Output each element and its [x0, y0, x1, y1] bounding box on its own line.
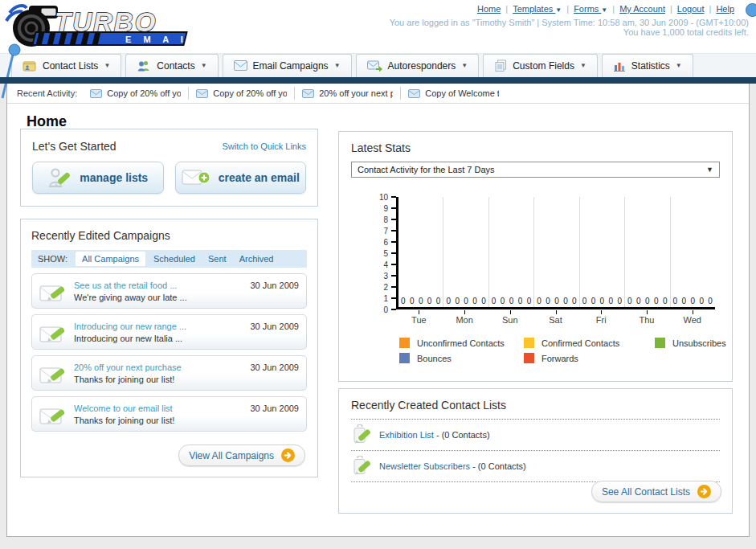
campaign-title-link[interactable]: Introducing our new range ...	[74, 322, 250, 331]
filter-all-campaigns[interactable]: All Campaigns	[76, 252, 145, 266]
logo-title: TURBO	[55, 7, 157, 37]
data-value-label: 0	[563, 297, 568, 305]
see-all-contact-lists-button[interactable]: See All Contact Lists	[591, 481, 721, 502]
latest-stats-title: Latest Stats	[351, 141, 720, 154]
data-value-label: 0	[546, 297, 550, 305]
chart-group-sun: 00000	[489, 197, 534, 307]
header: TURBO E M A I L Home|Templates ▼|Forms ▼…	[0, 0, 756, 53]
tab-contact-lists[interactable]: Contact Lists▼	[11, 54, 121, 77]
contact-list-item[interactable]: Exhibition List - (0 Contacts)	[351, 420, 720, 451]
envelope-reply-icon	[367, 60, 382, 72]
data-value-label: 0	[591, 297, 596, 305]
legend-item-unsubscribes: Unsubscribes	[655, 338, 726, 348]
campaign-title-link[interactable]: Welcome to our email list	[74, 404, 250, 413]
top-link-templates[interactable]: Templates ▼	[513, 4, 562, 14]
create-email-icon	[182, 167, 210, 188]
campaign-subtitle: Thanks for joining our list!	[74, 416, 250, 425]
divider: |	[709, 4, 712, 14]
tab-email-campaigns[interactable]: Email Campaigns▼	[223, 54, 352, 77]
get-started-panel: Let's Get Started Switch to Quick Links …	[20, 129, 318, 207]
filter-sent[interactable]: Sent	[208, 254, 227, 264]
y-axis-tick	[391, 286, 396, 288]
recently-edited-campaigns-panel: Recently Edited Campaigns SHOW: All Camp…	[20, 219, 318, 477]
data-value-label: 0	[681, 297, 686, 305]
campaign-title-link[interactable]: 20% off your next purchase	[74, 363, 250, 372]
divider	[188, 87, 189, 100]
legend-label: Bounces	[417, 354, 452, 363]
data-value-label: 0	[464, 297, 468, 305]
manage-lists-button[interactable]: manage lists	[32, 162, 164, 194]
legend-item-confirmed-contacts: Confirmed Contacts	[524, 338, 655, 348]
contact-list-link[interactable]: Exhibition List	[379, 430, 434, 440]
data-value-label: 0	[401, 297, 406, 305]
campaign-item[interactable]: Welcome to our email listThanks for join…	[31, 396, 307, 432]
data-value-label: 0	[410, 297, 415, 305]
legend-item-bounces: Bounces	[399, 353, 524, 363]
data-value-label: 0	[582, 297, 587, 305]
campaign-subtitle: Introducing our new Italia ...	[74, 334, 250, 343]
campaign-item[interactable]: 20% off your next purchaseThanks for joi…	[31, 355, 307, 391]
latest-stats-panel: Latest Stats Contact Activity for the La…	[338, 131, 733, 382]
x-axis-tick	[693, 310, 693, 314]
x-axis-label: Mon	[442, 309, 488, 325]
top-link-forms[interactable]: Forms ▼	[574, 4, 607, 14]
data-value-label: 0	[492, 297, 497, 305]
tab-label: Autoresponders	[388, 60, 456, 72]
chart-plot-area: 00000000000000000000000000000000000	[396, 197, 715, 309]
create-an-email-button[interactable]: create an email	[175, 162, 307, 194]
contact-list-link[interactable]: Newsletter Subscribers	[379, 461, 470, 471]
x-axis-tick	[647, 310, 648, 314]
contact-list-item[interactable]: Newsletter Subscribers - (0 Contacts)	[351, 451, 720, 482]
recent-activity-item[interactable]: Copy of 20% off yo	[196, 88, 287, 98]
stats-period-select[interactable]: Contact Activity for the Last 7 Days ▼	[351, 162, 720, 178]
chevron-down-icon: ▼	[334, 62, 341, 69]
content-area: Recent Activity: Copy of 20% off yoCopy …	[6, 84, 750, 537]
y-axis-tick-label: 0	[383, 305, 388, 314]
top-link-logout[interactable]: Logout	[677, 4, 705, 14]
y-axis-tick-label: 4	[383, 260, 388, 269]
campaign-item[interactable]: See us at the retail food ...We're givin…	[31, 273, 307, 309]
data-value-label: 0	[645, 297, 650, 305]
y-axis-tick	[391, 252, 396, 254]
tab-custom-fields[interactable]: Custom Fields▼	[483, 54, 598, 77]
filter-scheduled[interactable]: Scheduled	[153, 254, 195, 264]
legend-swatch	[524, 338, 534, 348]
data-value-label: 0	[554, 297, 559, 305]
top-link-home[interactable]: Home	[477, 4, 501, 14]
y-axis-tick	[391, 241, 396, 243]
tab-statistics[interactable]: Statistics▼	[602, 54, 693, 77]
legend-item-unconfirmed-contacts: Unconfirmed Contacts	[399, 338, 524, 348]
x-axis-tick	[510, 310, 511, 314]
campaign-item[interactable]: Introducing our new range ...Introducing…	[31, 314, 307, 350]
tab-contacts[interactable]: Contacts▼	[125, 54, 218, 77]
switch-to-quick-links-link[interactable]: Switch to Quick Links	[222, 141, 306, 151]
campaign-date: 30 Jun 2009	[250, 404, 299, 413]
campaign-title-link[interactable]: See us at the retail food ...	[74, 281, 250, 290]
data-value-label: 0	[501, 297, 505, 305]
view-all-campaigns-button[interactable]: View All Campaigns	[178, 445, 305, 466]
campaign-edit-icon	[39, 362, 68, 385]
recent-activity-item[interactable]: Copy of 20% off yo	[90, 88, 181, 98]
x-axis-label: Tue	[396, 309, 442, 325]
login-status: You are logged in as "Timothy Smith" | S…	[390, 18, 749, 27]
chart-group-mon: 00000	[443, 197, 488, 307]
data-value-label: 0	[527, 297, 532, 305]
top-link-my-account[interactable]: My Account	[619, 4, 665, 14]
data-value-label: 0	[673, 297, 678, 305]
tab-label: Statistics	[631, 60, 670, 72]
recent-activity-item[interactable]: 20% off your next p	[302, 88, 393, 98]
filter-archived[interactable]: Archived	[239, 254, 274, 264]
chevron-down-icon: ▼	[555, 6, 562, 14]
data-value-label: 0	[627, 297, 632, 305]
main-nav-tabs: Contact Lists▼Contacts▼Email Campaigns▼A…	[11, 54, 693, 77]
chart-legend: Unconfirmed ContactsConfirmed ContactsUn…	[399, 338, 720, 363]
y-axis-tick-label: 1	[383, 294, 388, 303]
top-link-help[interactable]: Help	[716, 4, 734, 14]
chevron-down-icon: ▼	[706, 166, 713, 174]
recent-activity-item[interactable]: Copy of Welcome to	[408, 88, 499, 98]
people-icon	[137, 59, 151, 72]
data-value-label: 0	[708, 297, 713, 305]
data-value-label: 0	[699, 297, 704, 305]
tab-autoresponders[interactable]: Autoresponders▼	[356, 54, 480, 77]
arrow-circle-icon	[697, 485, 711, 498]
